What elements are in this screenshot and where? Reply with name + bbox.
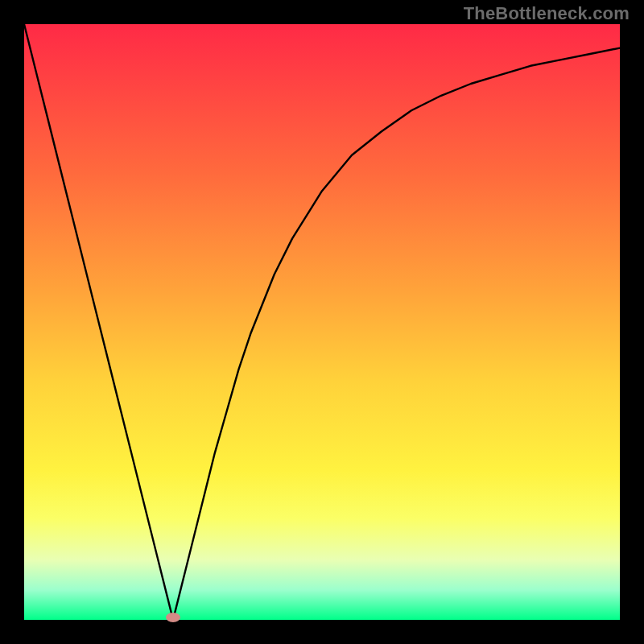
chart-plot-area [24, 24, 620, 620]
bottleneck-curve [24, 24, 620, 620]
minimum-marker [166, 613, 180, 622]
watermark-text: TheBottleneck.com [464, 3, 630, 24]
chart-svg [24, 24, 620, 620]
chart-frame: TheBottleneck.com [0, 0, 644, 644]
